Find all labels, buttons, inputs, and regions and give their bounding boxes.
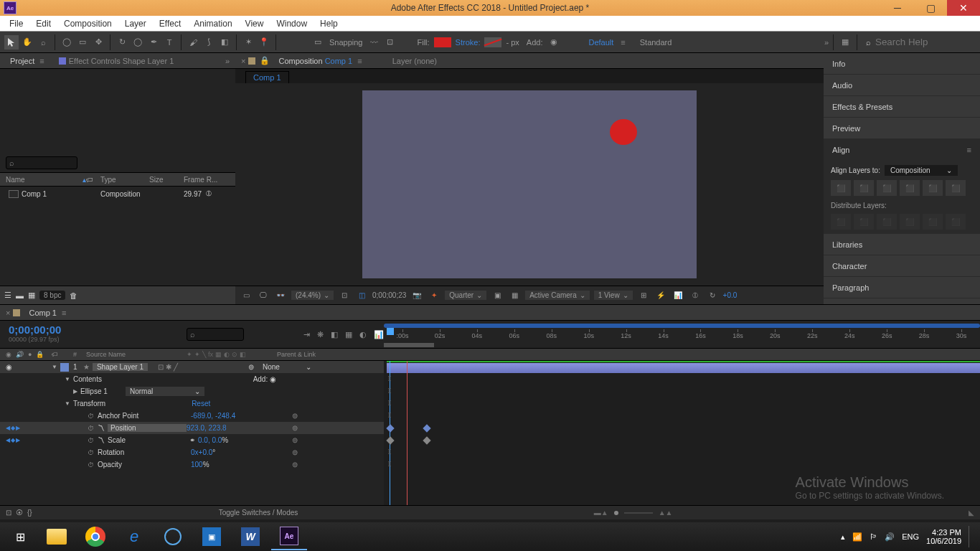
flag-icon[interactable]: 🏳 [870,532,877,541]
layer-disclosure-icon[interactable]: ▼ [52,364,57,370]
current-time-indicator[interactable] [390,361,390,505]
align-top-icon[interactable]: ⬛ [900,180,920,196]
project-search-input[interactable]: ⌕ [6,156,77,169]
camera-selector[interactable]: Active Camera ⌄ [525,291,590,300]
wifi-icon[interactable]: 📶 [852,532,862,542]
position-value[interactable]: 923.0, 223.8 [187,424,227,432]
fill-label[interactable]: Fill: [418,38,430,47]
stopwatch-scale-icon[interactable]: ⏱ [86,436,95,445]
parent-selector[interactable]: None⌄ [258,362,316,372]
cortana-button[interactable] [155,523,191,550]
orbit-tool-icon[interactable]: ◯ [60,35,74,50]
camera-tool-icon[interactable]: ▭ [75,35,90,50]
tl-ft-3-icon[interactable]: {} [27,509,32,517]
align-bottom-icon[interactable]: ⬛ [946,180,966,196]
maximize-button[interactable]: ▢ [914,0,947,16]
interpret-icon[interactable]: ☰ [4,291,11,300]
mask-icon[interactable]: 👓 [274,289,287,302]
chrome-button[interactable] [77,523,113,550]
word-button[interactable]: W [232,523,268,550]
snapping-label[interactable]: Snapping [329,38,363,47]
project-item-comp1[interactable]: Comp 1 Composition 29.97⦷ [0,187,235,201]
project-tab[interactable]: Project ≡ [6,55,49,67]
graph-icon[interactable]: 〽 [98,424,105,432]
home-icon[interactable]: ▦ [838,35,852,50]
add-contents-icon[interactable]: ◉ [270,375,276,383]
align-target-selector[interactable]: Composition⌄ [885,165,958,176]
panel-character[interactable]: Character [824,255,980,277]
col-type[interactable]: Type [100,176,149,184]
fill-swatch[interactable] [434,37,451,47]
stopwatch-active-icon[interactable]: ⏱ [86,424,95,433]
effect-controls-tab[interactable]: Effect Controls Shape Layer 1 [55,55,179,67]
stopwatch-icon[interactable]: ⏱ [86,412,95,420]
playhead-line[interactable] [407,361,407,505]
file-explorer-button[interactable] [39,523,75,550]
search-help-input[interactable] [875,37,976,47]
parent-pick-icon[interactable]: ⊚ [248,363,254,371]
zoom-selector[interactable]: (24.4%) ⌄ [291,291,334,300]
stroke-swatch[interactable] [484,37,501,47]
clone-tool-icon[interactable]: ⟆ [202,35,216,50]
keyframe-position-2[interactable] [423,424,430,432]
tl-graph-icon[interactable]: 📊 [374,330,384,339]
panel-effects[interactable]: Effects & Presets [824,96,980,118]
menu-effect[interactable]: Effect [153,17,187,31]
layer-duration-bar[interactable] [387,363,980,373]
language-indicator[interactable]: ENG [902,532,919,541]
menu-file[interactable]: File [3,17,29,31]
rotate-tool-icon[interactable]: ↻ [115,35,129,50]
tl-ft-1-icon[interactable]: ⊡ [6,509,11,517]
layout-selector[interactable]: Standard [640,38,672,47]
keyframe-scale-2[interactable] [423,436,430,444]
close-button[interactable]: ✕ [947,0,980,16]
flowchart-icon[interactable]: ⦷ [206,189,212,198]
composition-tab[interactable]: Composition Comp 1 ≡ [274,55,366,67]
pan-tool-icon[interactable]: ✥ [91,35,105,50]
menu-window[interactable]: Window [270,17,314,31]
position-row[interactable]: ◀◆▶ ⏱ 〽 Position 923.0, 223.8 ⊚ [0,422,384,434]
source-name-header[interactable]: Source Name [86,351,187,358]
brush-tool-icon[interactable]: 🖌 [186,35,200,50]
exposure-value[interactable]: +0.0 [723,291,738,299]
menu-edit[interactable]: Edit [29,17,57,31]
resolution-selector[interactable]: Quarter ⌄ [445,291,486,300]
menu-view[interactable]: View [239,17,270,31]
rotation-row[interactable]: ⏱ Rotation 0x+0.0° ⊚ [0,446,384,458]
bpc-button[interactable]: 8 bpc [39,291,65,300]
add-kf-icon[interactable]: ◆ [11,425,15,431]
scroll-handle-icon[interactable]: ◣ [969,509,974,517]
constrain-icon[interactable]: ⚭ [189,436,195,444]
channel-icon[interactable]: ✦ [428,289,440,302]
reset-exp-icon[interactable]: ↻ [706,289,719,302]
viewport[interactable] [235,83,824,286]
flowchart2-icon[interactable]: ⦷ [689,289,702,302]
grid-icon[interactable]: ⊡ [338,289,351,302]
timeline-search-input[interactable]: ⌕ [187,328,244,341]
layer-name[interactable]: Shape Layer 1 [93,363,148,371]
minimize-button[interactable]: ─ [881,0,914,16]
magnify-icon[interactable]: ▭ [240,289,253,302]
timeline-icon[interactable]: 📊 [672,289,684,302]
scale-value[interactable]: 0.0, 0.0 [198,436,222,444]
start-button[interactable]: ⊞ [4,523,36,550]
tl-ft-2-icon[interactable]: ⦿ [16,509,23,517]
menu-animation[interactable]: Animation [187,17,238,31]
current-timecode[interactable]: 0;00;00;00 [9,324,178,336]
fast-icon[interactable]: ⚡ [654,289,667,302]
display-icon[interactable]: 🖵 [257,289,270,302]
show-desktop-button[interactable] [969,526,973,547]
tl-motion-blur-icon[interactable]: ◐ [359,330,367,339]
work-area-bar[interactable] [384,343,434,347]
menu-layer[interactable]: Layer [118,17,153,31]
tl-draft3d-icon[interactable]: ◧ [331,330,338,339]
view-selector[interactable]: 1 View ⌄ [594,291,633,300]
text-tool-icon[interactable]: T [162,35,176,50]
zoom-tool-icon[interactable]: ⌕ [36,35,50,50]
roto-tool-icon[interactable]: ✶ [241,35,255,50]
add-arrow-icon[interactable]: ◉ [547,35,561,50]
panel-info[interactable]: Info [824,53,980,75]
eraser-tool-icon[interactable]: ◧ [217,35,232,50]
panel-overflow-icon[interactable]: » [225,57,230,65]
transform-row[interactable]: ▼ Transform Reset [0,397,384,410]
